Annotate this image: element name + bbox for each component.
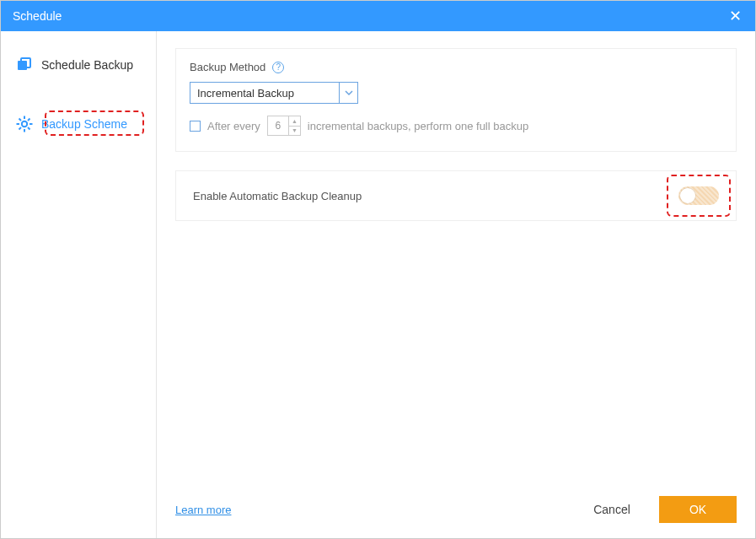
svg-point-2 — [22, 121, 27, 127]
sidebar-item-label: Schedule Backup — [41, 58, 133, 72]
after-every-suffix: incremental backups, perform one full ba… — [308, 120, 528, 132]
cleanup-toggle[interactable] — [678, 186, 719, 205]
sidebar: Schedule Backup — [1, 31, 157, 538]
cleanup-panel: Enable Automatic Backup Cleanup — [175, 170, 737, 221]
footer-buttons: Cancel OK — [573, 496, 737, 523]
cancel-button[interactable]: Cancel — [573, 496, 651, 523]
dialog-body: Schedule Backup — [1, 31, 755, 538]
svg-line-9 — [19, 127, 22, 130]
window-title: Schedule — [13, 9, 62, 23]
content-area: Backup Method ? Incremental Backup After… — [157, 31, 755, 538]
backup-method-label-row: Backup Method ? — [190, 61, 722, 73]
spinner-buttons: ▲ ▼ — [288, 116, 300, 135]
backup-method-panel: Backup Method ? Incremental Backup After… — [175, 48, 737, 152]
schedule-dialog: Schedule ✕ Schedule Backup — [0, 0, 756, 539]
after-every-row: After every 6 ▲ ▼ incremental backups, p… — [190, 116, 722, 136]
after-every-checkbox[interactable] — [190, 121, 201, 132]
after-every-spinner[interactable]: 6 ▲ ▼ — [267, 116, 301, 136]
chevron-down-icon[interactable] — [339, 83, 357, 103]
toggle-knob — [680, 188, 695, 203]
dialog-footer: Learn more Cancel OK — [175, 482, 737, 538]
backup-method-label: Backup Method — [190, 61, 265, 73]
svg-rect-0 — [18, 61, 27, 70]
learn-more-link[interactable]: Learn more — [175, 504, 231, 516]
gear-icon — [16, 116, 33, 132]
close-icon[interactable]: ✕ — [727, 7, 743, 25]
sidebar-item-schedule-backup[interactable]: Schedule Backup — [1, 48, 156, 82]
spinner-up-icon[interactable]: ▲ — [289, 116, 300, 127]
svg-line-8 — [28, 127, 30, 130]
spinner-value: 6 — [268, 116, 288, 135]
titlebar: Schedule ✕ — [1, 1, 755, 31]
schedule-backup-icon — [16, 57, 33, 73]
svg-line-10 — [28, 119, 30, 121]
svg-line-7 — [19, 119, 22, 121]
sidebar-item-label: Backup Scheme — [41, 117, 127, 131]
help-icon[interactable]: ? — [272, 62, 284, 73]
dropdown-value: Incremental Backup — [190, 83, 339, 103]
backup-method-dropdown[interactable]: Incremental Backup — [190, 82, 358, 104]
after-every-label: After every — [207, 120, 260, 132]
spinner-down-icon[interactable]: ▼ — [289, 127, 300, 136]
sidebar-item-backup-scheme[interactable]: Backup Scheme — [1, 107, 156, 141]
cleanup-label: Enable Automatic Backup Cleanup — [193, 190, 362, 202]
ok-button[interactable]: OK — [659, 496, 737, 523]
